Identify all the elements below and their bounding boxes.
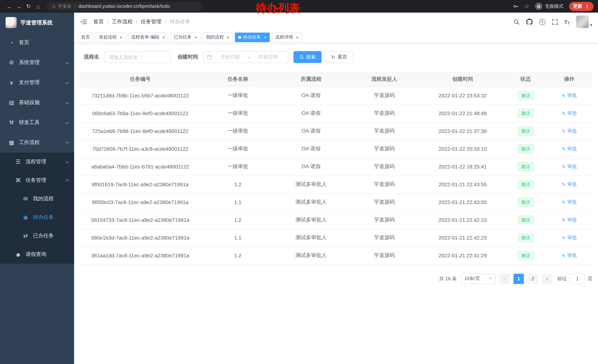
table-head-row: 任务编号任务名称所属流程流程发起人创建时间状态操作: [79, 72, 592, 87]
search-button[interactable]: 搜索: [293, 51, 322, 63]
active-dot: [238, 36, 241, 39]
status-badge: 激活: [517, 162, 534, 171]
table-row: 8f059c03-7ac8-11ec-a9e2-a2380e71991a1.1测…: [79, 193, 592, 211]
tab-my-process[interactable]: 我的流程×: [203, 32, 233, 42]
sidebar-item-my-process[interactable]: ✉我的流程: [0, 190, 74, 208]
cell-process: 测试多审批人: [274, 193, 348, 211]
breadcrumb-workflow[interactable]: 工作流程: [112, 18, 133, 25]
approve-link[interactable]: ✎审批: [562, 235, 577, 241]
goto-label: 前往: [557, 275, 567, 282]
edit-icon: ✎: [562, 217, 566, 223]
tab-form-edit[interactable]: 流程表单-编辑×: [128, 32, 168, 42]
goto-page: 前往 页: [557, 274, 592, 284]
sidebar-item-process-mgmt[interactable]: ☰流程管理: [0, 153, 74, 171]
monitor-icon: ▤: [8, 99, 16, 106]
sidebar-item-system[interactable]: ⚙系统管理: [0, 53, 74, 73]
sidebar-item-dev-tools[interactable]: ⚒研发工具: [0, 113, 74, 133]
table-row: 73211d9d-7b9b-11ec-b5b7-acde48001122一级审批…: [79, 87, 592, 105]
back-icon[interactable]: ←: [4, 1, 14, 11]
tab-process-detail[interactable]: 流程详情×: [272, 32, 302, 42]
page-button-1[interactable]: 1: [514, 274, 524, 284]
sidebar-item-home[interactable]: ◔首页: [0, 32, 74, 53]
close-icon[interactable]: ×: [162, 35, 165, 40]
reset-button[interactable]: ↻ 重置: [325, 51, 353, 63]
help-icon[interactable]: ?: [539, 19, 545, 25]
tab-start-process[interactable]: 发起流程×: [96, 32, 126, 42]
cell-starter: 芋道源码: [348, 105, 420, 122]
reload-icon[interactable]: ↻: [24, 1, 33, 11]
github-icon[interactable]: [526, 18, 533, 25]
tab-home[interactable]: 首页: [78, 32, 93, 42]
cell-process: 测试多审批人: [274, 247, 348, 264]
address-bar[interactable]: ⚠ 不安全 dashboard.yudao.iocoder.cn/bpm/tas…: [47, 2, 202, 11]
approve-link[interactable]: ✎审批: [562, 217, 577, 223]
cell-task-name: 一级审批: [202, 105, 274, 122]
chevron-down-icon: ▾: [590, 23, 592, 27]
sidebar-item-todo-task[interactable]: ◉待办任务: [0, 208, 74, 226]
incognito-badge: 无痕模式: [535, 3, 563, 10]
process-name-input[interactable]: [104, 51, 171, 63]
home-icon[interactable]: ⌂: [33, 1, 43, 11]
chevron-down-icon: [65, 120, 69, 124]
breadcrumb-task-mgmt[interactable]: 任务管理: [141, 18, 162, 25]
goto-page-input[interactable]: [569, 274, 585, 284]
date-range-picker[interactable]: 开始日期 - 结束日期: [203, 51, 288, 63]
cell-starter: 芋道源码: [348, 87, 420, 105]
cell-task-name: 1.2: [202, 176, 274, 193]
close-icon[interactable]: ×: [264, 35, 266, 40]
chevron-up-icon: [65, 179, 69, 183]
approve-link[interactable]: ✎审批: [562, 92, 577, 99]
close-icon[interactable]: ×: [296, 35, 299, 40]
prev-page-button[interactable]: ‹: [499, 274, 510, 284]
forward-icon[interactable]: →: [14, 1, 24, 11]
breadcrumb-separator: /: [136, 19, 137, 25]
next-page-button[interactable]: ›: [542, 274, 552, 284]
breadcrumb-home[interactable]: 首页: [93, 18, 104, 25]
table-row: 580e1b3d-7ac8-11ec-a9e2-a2380e71991a1.1测…: [79, 229, 592, 247]
browser-menu-icon[interactable]: ⋮: [585, 4, 590, 9]
total-count: 共 16 条: [439, 275, 457, 282]
approve-link[interactable]: ✎审批: [562, 199, 577, 205]
user-menu[interactable]: ▾: [576, 16, 592, 28]
close-icon[interactable]: ×: [120, 35, 122, 40]
cell-task-name: 一级审批: [202, 122, 274, 140]
approve-link[interactable]: ✎审批: [562, 163, 577, 170]
column-header: 状态: [505, 72, 546, 87]
sidebar-item-task-mgmt[interactable]: ⌘任务管理: [0, 171, 74, 190]
chat-icon: ✉: [22, 195, 30, 202]
dashboard-icon: ◔: [8, 40, 16, 46]
sidebar-collapse-icon[interactable]: [80, 18, 87, 25]
approve-link[interactable]: ✎审批: [562, 110, 577, 117]
navbar-actions: ? TT ▾: [513, 16, 592, 28]
sidebar-item-payment[interactable]: ¥支付管理: [0, 73, 74, 93]
bookmark-star-icon[interactable]: ☆: [524, 3, 529, 10]
approve-link[interactable]: ✎审批: [562, 146, 577, 152]
tab-todo-task[interactable]: 待办任务×: [235, 32, 270, 42]
font-size-icon[interactable]: TT: [564, 19, 570, 25]
table-row: a6aba0a4-7b6d-11ec-b781-acde48001122一级审批…: [79, 158, 592, 176]
page-button-2[interactable]: 2: [528, 274, 538, 284]
calendar-icon: [207, 54, 212, 60]
update-button[interactable]: 更新 ⋮: [569, 2, 594, 11]
cell-task-id: 58154733-7ac8-11ec-a9e2-a2380e71991a: [79, 211, 202, 229]
fullscreen-icon[interactable]: [551, 19, 558, 25]
cell-task-name: 一级审批: [202, 140, 274, 158]
logo: 芋道管理系统: [0, 13, 74, 32]
close-icon[interactable]: ×: [194, 35, 197, 40]
sidebar-item-leave-query[interactable]: ☻请假查询: [0, 245, 74, 264]
approve-link[interactable]: ✎审批: [562, 181, 577, 188]
approve-link[interactable]: ✎审批: [562, 128, 577, 134]
create-time-label: 创建时间: [177, 54, 198, 60]
filter-form: 流程名 创建时间 开始日期 - 结束日期 搜索: [84, 51, 592, 63]
page-size-select[interactable]: 10条/页: [461, 274, 496, 284]
tab-done-task[interactable]: 已办任务×: [170, 32, 200, 42]
approve-link[interactable]: ✎审批: [562, 252, 577, 259]
edit-icon: ✎: [562, 164, 566, 170]
sidebar-item-workflow[interactable]: ▦工作流程: [0, 133, 74, 153]
close-icon[interactable]: ×: [227, 35, 229, 40]
sidebar-item-done-task[interactable]: ⇄已办任务: [0, 226, 74, 245]
search-icon[interactable]: [513, 19, 520, 25]
key-icon[interactable]: [513, 3, 519, 9]
sidebar-item-infra[interactable]: ▤基础设施: [0, 93, 74, 113]
pager-pages: 12: [514, 274, 538, 284]
